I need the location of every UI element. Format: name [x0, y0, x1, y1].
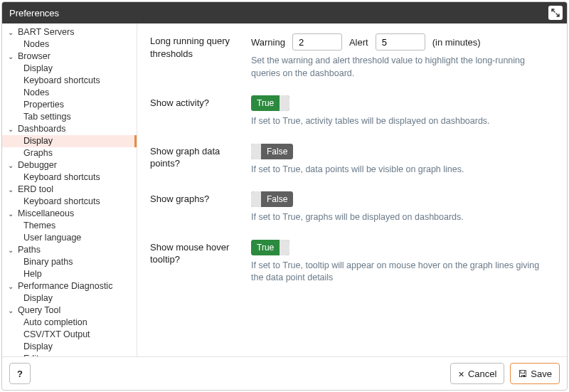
chevron-down-icon: ⌄ — [8, 304, 16, 317]
tree-node-label: Binary paths — [23, 256, 73, 268]
tree-child[interactable]: Nodes — [2, 38, 137, 51]
chevron-down-icon: ⌄ — [8, 244, 16, 256]
preferences-tree[interactable]: ⌄BART ServersNodes⌄BrowserDisplayKeyboar… — [2, 23, 137, 356]
tree-parent[interactable]: ⌄Miscellaneous — [2, 208, 137, 220]
chevron-down-icon: ⌄ — [8, 51, 16, 63]
tree-child[interactable]: Display — [2, 292, 137, 304]
tree-node-label: Debugger — [18, 159, 57, 171]
setting-label: Show graphs? — [150, 191, 251, 224]
tree-node-label: Paths — [18, 244, 41, 256]
tree-child[interactable]: Display — [2, 341, 137, 353]
dialog-footer: ? Cancel Save — [2, 357, 567, 390]
setting-label: Show graph data points? — [150, 144, 251, 176]
tree-node-label: Editor — [23, 353, 47, 356]
toggle-wrap: False — [251, 191, 551, 207]
tree-node-label: Miscellaneous — [18, 208, 74, 220]
show-activity-toggle[interactable]: True — [251, 95, 289, 111]
tree-parent[interactable]: ⌄Paths — [2, 244, 137, 256]
tree-child[interactable]: Binary paths — [2, 256, 137, 268]
tree-node-label: Display — [23, 63, 53, 75]
tree-child[interactable]: Keyboard shortcuts — [2, 75, 137, 87]
chevron-down-icon: ⌄ — [8, 123, 16, 135]
setting-hint: If set to True, activity tables will be … — [251, 115, 551, 128]
tree-node-label: Help — [23, 268, 42, 280]
close-icon — [458, 369, 464, 379]
tree-node-label: Auto completion — [23, 317, 87, 329]
preferences-dialog: Preferences ⌄BART ServersNodes⌄BrowserDi… — [1, 1, 568, 391]
row-show-activity: Show activity? True If set to True, acti… — [150, 95, 551, 128]
save-label: Save — [531, 369, 552, 379]
tree-parent[interactable]: ⌄ERD tool — [2, 184, 137, 196]
chevron-down-icon: ⌄ — [8, 208, 16, 220]
tree-child[interactable]: Themes — [2, 220, 137, 232]
tree-node-label: Themes — [23, 220, 55, 232]
toggle-wrap: True — [251, 240, 551, 255]
titlebar: Preferences — [2, 2, 567, 23]
tree-node-label: User language — [23, 232, 81, 244]
tree-node-label: Display — [23, 292, 53, 304]
toggle-knob — [251, 191, 261, 207]
tree-child[interactable]: Auto completion — [2, 317, 137, 329]
tree-child[interactable]: Help — [2, 268, 137, 280]
toggle-label: True — [251, 95, 280, 111]
toggle-knob — [280, 240, 289, 255]
tree-parent[interactable]: ⌄BART Servers — [2, 26, 137, 38]
settings-panel: Long running query thresholds Warning Al… — [137, 23, 567, 356]
chevron-down-icon: ⌄ — [8, 26, 16, 38]
show-mouse-hover-tooltip-toggle[interactable]: True — [251, 240, 289, 255]
expand-button[interactable] — [548, 6, 563, 20]
threshold-controls: Warning Alert (in minutes) — [251, 33, 551, 51]
tree-parent[interactable]: ⌄Debugger — [2, 159, 137, 171]
setting-body: True If set to True, tooltip will appear… — [251, 240, 551, 285]
setting-label: Show activity? — [150, 95, 251, 128]
toggle-label: False — [261, 191, 293, 207]
setting-body: True If set to True, activity tables wil… — [251, 95, 551, 128]
footer-right: Cancel Save — [450, 363, 560, 384]
tree-node-label: Nodes — [23, 38, 49, 51]
show-graphs-toggle[interactable]: False — [251, 191, 293, 207]
tree-node-label: ERD tool — [18, 184, 53, 196]
tree-parent[interactable]: ⌄Query Tool — [2, 304, 137, 317]
tree-parent[interactable]: ⌄Dashboards — [2, 123, 137, 135]
setting-body: Warning Alert (in minutes) Set the warni… — [251, 33, 551, 80]
tree-child[interactable]: Graphs — [2, 147, 137, 159]
tree-parent[interactable]: ⌄Performance Diagnostic — [2, 280, 137, 292]
cancel-button[interactable]: Cancel — [450, 363, 504, 384]
tree-child[interactable]: Keyboard shortcuts — [2, 171, 137, 184]
setting-hint: If set to True, data points will be visi… — [251, 164, 551, 176]
chevron-down-icon: ⌄ — [8, 184, 16, 196]
tree-child[interactable]: Properties — [2, 99, 137, 111]
tree-child[interactable]: Keyboard shortcuts — [2, 196, 137, 208]
setting-label: Show mouse hover tooltip? — [150, 240, 251, 285]
dialog-title: Preferences — [9, 8, 59, 18]
toggle-wrap: True — [251, 95, 551, 111]
row-long-running-thresholds: Long running query thresholds Warning Al… — [150, 33, 551, 80]
show-graph-data-points-toggle[interactable]: False — [251, 144, 293, 159]
tree-node-label: Display — [23, 135, 53, 147]
tree-child[interactable]: Tab settings — [2, 111, 137, 123]
help-button[interactable]: ? — [9, 363, 31, 384]
tree-node-label: CSV/TXT Output — [23, 329, 90, 341]
expand-icon — [551, 9, 560, 17]
tree-child[interactable]: User language — [2, 232, 137, 244]
tree-child[interactable]: CSV/TXT Output — [2, 329, 137, 341]
warning-label: Warning — [251, 37, 285, 48]
tree-node-label: Graphs — [23, 147, 53, 159]
warning-input[interactable] — [292, 33, 342, 51]
dialog-body: ⌄BART ServersNodes⌄BrowserDisplayKeyboar… — [2, 23, 567, 357]
tree-child[interactable]: Nodes — [2, 87, 137, 99]
tree-parent[interactable]: ⌄Browser — [2, 51, 137, 63]
save-button[interactable]: Save — [510, 363, 560, 384]
tree-node-label: Performance Diagnostic — [18, 280, 112, 292]
tree-child[interactable]: Display — [2, 135, 137, 147]
tree-node-label: Query Tool — [18, 304, 60, 317]
tree-node-label: Display — [23, 341, 53, 353]
setting-hint: Set the warning and alert threshold valu… — [251, 55, 551, 80]
alert-input[interactable] — [376, 33, 425, 51]
setting-body: False If set to True, data points will b… — [251, 144, 551, 176]
tree-child[interactable]: Editor — [2, 353, 137, 356]
tree-child[interactable]: Display — [2, 63, 137, 75]
tree-node-label: Properties — [23, 99, 64, 111]
save-icon — [518, 369, 527, 379]
tree-node-label: Tab settings — [23, 111, 71, 123]
